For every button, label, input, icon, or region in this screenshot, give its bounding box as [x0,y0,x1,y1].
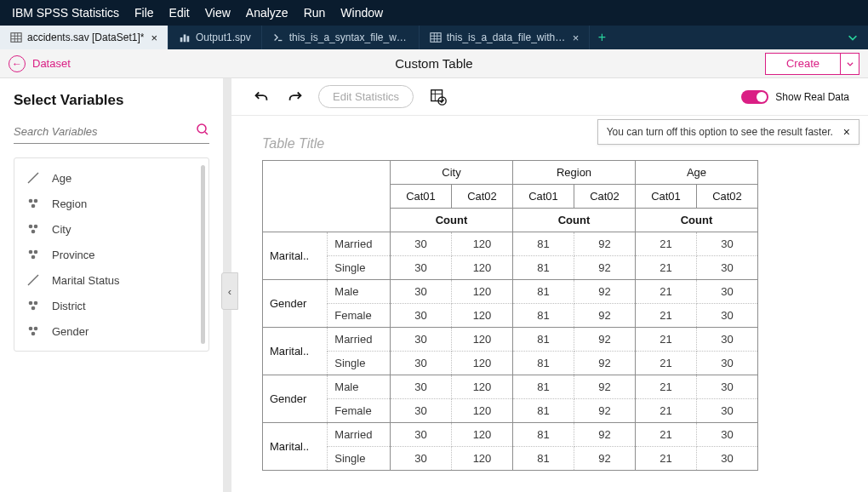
nominal-icon [26,299,40,312]
variable-item[interactable]: City [14,216,208,242]
tab-datafile[interactable]: this_is_a_data_file_with_a_long × [420,26,591,49]
table-preset-button[interactable] [427,86,449,108]
data-cell: 120 [452,256,513,280]
col-cat-header: Cat01 [391,185,452,209]
data-cell: 30 [697,375,758,399]
scale-icon [26,273,40,287]
panel-heading: Select Variables [14,92,209,109]
redo-button[interactable] [284,86,306,108]
tab-label: accidents.sav [DataSet1]* [27,31,144,43]
variable-item[interactable]: Marital Status [14,267,208,293]
row-sub-header: Married [328,423,391,447]
row-sub-header: Male [328,375,391,399]
data-cell: 21 [636,352,697,375]
prompt-icon [272,31,284,43]
variable-item[interactable]: Gender [14,318,208,344]
data-cell: 81 [513,256,574,280]
variable-item[interactable]: Age [14,165,208,191]
data-cell: 81 [513,352,574,375]
data-cell: 120 [452,352,513,375]
menu-view[interactable]: View [205,6,231,20]
menu-file[interactable]: File [134,6,154,20]
table-icon [430,31,442,43]
menu-window[interactable]: Window [340,6,383,20]
data-cell: 30 [697,423,758,447]
data-cell: 30 [391,280,452,304]
data-cell: 120 [452,423,513,447]
tab-overflow-button[interactable] [837,26,868,49]
svg-rect-6 [184,35,186,43]
data-cell: 21 [636,304,697,328]
close-icon[interactable]: × [843,125,850,139]
data-cell: 30 [697,352,758,375]
data-cell: 92 [574,447,636,471]
search-row [14,123,209,144]
row-sub-header: Male [328,280,391,304]
tooltip-text: You can turn off this option to see the … [607,126,833,138]
data-cell: 21 [636,399,697,423]
tab-output[interactable]: Output1.spv [168,26,262,49]
pivot-table: CityRegionAgeCat01Cat02Cat01Cat02Cat01Ca… [262,160,758,471]
variable-item[interactable]: Region [14,191,208,216]
row-group-header: Gender [263,280,328,328]
menu-analyze[interactable]: Analyze [246,6,288,20]
count-header: Count [636,209,758,232]
svg-point-19 [29,225,33,229]
data-cell: 120 [452,399,513,423]
create-dropdown[interactable] [841,53,859,75]
data-cell: 92 [574,328,636,352]
add-tab-button[interactable]: + [590,26,614,49]
data-cell: 30 [391,328,452,352]
tab-dataset[interactable]: accidents.sav [DataSet1]* × [0,26,168,49]
svg-point-21 [31,230,36,234]
data-cell: 30 [391,447,452,471]
nominal-icon [26,248,40,261]
variable-item[interactable]: District [14,293,208,318]
tab-strip: accidents.sav [DataSet1]* × Output1.spv … [0,26,868,49]
svg-point-24 [31,255,36,260]
data-cell: 92 [574,352,636,375]
search-icon[interactable] [196,123,209,140]
arrow-left-icon: ← [9,55,26,72]
col-cat-header: Cat02 [697,185,758,209]
edit-statistics-button[interactable]: Edit Statistics [318,85,414,108]
data-cell: 81 [513,304,574,328]
nominal-icon [26,324,40,338]
row-sub-header: Single [328,352,391,375]
data-cell: 30 [391,256,452,280]
data-cell: 30 [391,423,452,447]
data-cell: 30 [697,447,758,471]
close-icon[interactable]: × [573,32,580,43]
data-cell: 92 [574,256,636,280]
sub-header: ← Dataset Custom Table Create [0,49,868,78]
data-cell: 92 [574,304,636,328]
data-cell: 21 [636,280,697,304]
create-button[interactable]: Create [765,53,841,75]
svg-rect-31 [431,89,443,100]
data-cell: 92 [574,280,636,304]
variable-label: Gender [52,325,89,338]
menu-edit[interactable]: Edit [169,6,190,20]
real-data-toggle[interactable] [741,90,768,104]
svg-point-29 [34,327,38,331]
data-cell: 21 [636,375,697,399]
search-input[interactable] [14,125,196,138]
data-cell: 81 [513,399,574,423]
variable-label: City [52,223,71,236]
menu-run[interactable]: Run [304,6,326,20]
col-cat-header: Cat02 [574,185,636,209]
tab-syntax[interactable]: this_is_a_syntax_file_with_a_lo… [262,26,420,49]
undo-button[interactable] [250,86,272,108]
count-header: Count [391,209,513,232]
variable-item[interactable]: Province [14,242,208,267]
table-icon [10,31,22,43]
back-to-dataset[interactable]: ← Dataset [9,55,71,72]
data-cell: 21 [636,232,697,256]
svg-point-25 [29,301,33,306]
close-icon[interactable]: × [151,32,157,43]
row-sub-header: Female [328,399,391,423]
data-cell: 92 [574,423,636,447]
data-cell: 30 [391,304,452,328]
bar-chart-icon [179,31,191,43]
main-area: Select Variables AgeRegionCityProvinceMa… [0,78,868,492]
